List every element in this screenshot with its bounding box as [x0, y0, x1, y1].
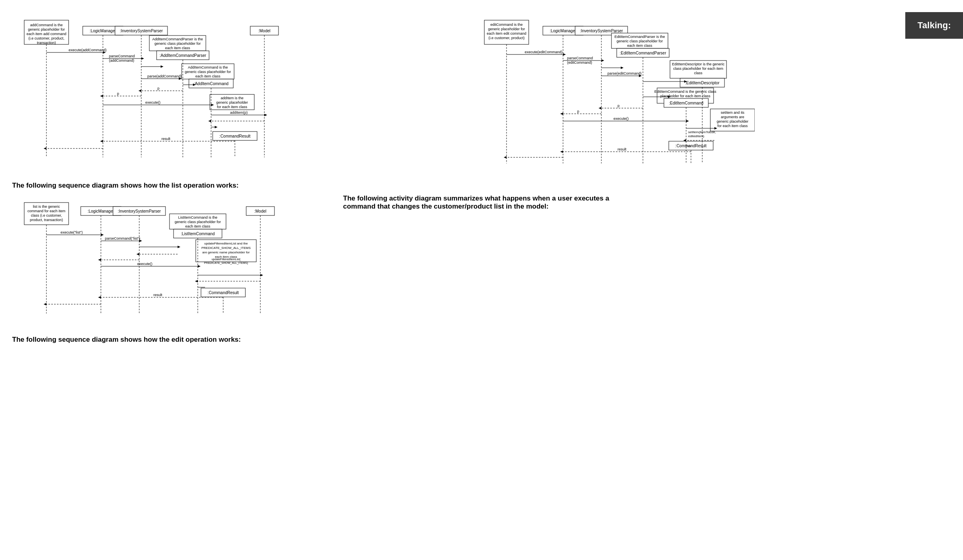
svg-marker-52	[138, 90, 141, 92]
svg-text:each item class: each item class	[185, 224, 211, 228]
activity-section: The following activity diagram summarize…	[343, 194, 618, 324]
svg-text:AddItemCommandParser is the: AddItemCommandParser is the	[152, 37, 203, 41]
svg-text::CommandResult: :CommandResult	[219, 134, 250, 138]
svg-text:p: p	[117, 92, 119, 96]
list-sequence-svg: list is the generic command for each ite…	[12, 194, 295, 324]
svg-marker-120	[621, 67, 624, 69]
svg-text:result: result	[153, 293, 163, 297]
svg-text:class placeholder for each ite: class placeholder for each item	[673, 67, 723, 71]
svg-text:p: p	[157, 86, 159, 90]
svg-marker-116	[601, 59, 604, 62]
svg-text:addItem(p): addItem(p)	[230, 111, 248, 115]
svg-text::EditItemDescriptor: :EditItemDescriptor	[685, 81, 720, 85]
svg-text:setItem(itemToEdit,: setItem(itemToEdit,	[688, 130, 716, 134]
svg-text:each item class: each item class	[165, 46, 191, 50]
svg-text::CommandResult: :CommandResult	[207, 290, 239, 295]
svg-text:parseCommand("list"): parseCommand("list")	[105, 236, 140, 240]
svg-text::LogicManager: :LogicManager	[550, 29, 577, 33]
svg-marker-197	[260, 274, 263, 276]
svg-text:parseCommand: parseCommand	[109, 54, 135, 58]
svg-text:generic class placeholder for: generic class placeholder for	[175, 220, 221, 224]
svg-text:execute(editCommand): execute(editCommand)	[525, 50, 563, 54]
svg-text:command for each item: command for each item	[27, 209, 65, 213]
svg-marker-188	[178, 246, 180, 248]
svg-text:addItem is the: addItem is the	[221, 96, 244, 100]
svg-text::EditItemCommandParser: :EditItemCommandParser	[620, 51, 666, 55]
svg-text:addCommand is the: addCommand is the	[30, 23, 63, 27]
svg-text::EditItemCommand: :EditItemCommand	[669, 101, 703, 105]
svg-text:placeholder for each item clas: placeholder for each item class	[660, 94, 711, 98]
svg-text:parse(addCommand): parse(addCommand)	[147, 74, 182, 78]
svg-text::CommandResult: :CommandResult	[675, 144, 706, 148]
page-content: addCommand is the generic placeholder fo…	[0, 0, 963, 352]
svg-text:for each item class: for each item class	[217, 105, 247, 109]
svg-marker-145	[560, 150, 563, 153]
svg-text:execute("list"): execute("list")	[61, 230, 83, 234]
svg-text:execute(): execute()	[137, 262, 153, 266]
svg-text:arguments are: arguments are	[721, 115, 744, 119]
svg-text:class: class	[694, 71, 703, 75]
svg-marker-132	[560, 113, 563, 115]
svg-text:(addCommand): (addCommand)	[109, 59, 134, 63]
svg-text:generic placeholder for: generic placeholder for	[28, 27, 65, 31]
svg-text:(i.e customer, product,: (i.e customer, product,	[28, 36, 64, 40]
svg-text:editedItem): editedItem)	[688, 134, 704, 138]
svg-marker-61	[264, 114, 267, 116]
svg-text:p: p	[618, 104, 620, 108]
svg-text:updateFilteredItemList and the: updateFilteredItemList and the	[204, 242, 248, 245]
svg-text:parse(editCommand): parse(editCommand)	[607, 71, 642, 75]
svg-marker-45	[161, 65, 163, 68]
svg-text:each item edit command: each item edit command	[487, 31, 526, 36]
talking-button[interactable]: Talking:	[905, 12, 963, 39]
svg-text:class (i.e customer,: class (i.e customer,	[31, 213, 62, 217]
svg-text::Model: :Model	[254, 209, 266, 213]
svg-text::InventorySystemParser: :InventorySystemParser	[580, 29, 623, 33]
svg-marker-135	[686, 120, 689, 122]
edit-section-heading: The following sequence diagram shows how…	[12, 336, 951, 344]
svg-text:list is the generic: list is the generic	[33, 205, 60, 209]
svg-marker-66	[215, 126, 218, 128]
svg-text:result: result	[161, 137, 171, 141]
svg-marker-55	[100, 95, 103, 97]
svg-marker-182	[101, 234, 104, 236]
svg-text:parseCommand: parseCommand	[567, 56, 593, 60]
svg-text:result: result	[618, 147, 627, 151]
svg-marker-113	[563, 53, 566, 56]
svg-text::AddItemCommandParser: :AddItemCommandParser	[159, 53, 206, 58]
edit-sequence-diagram: editCommand is the generic placeholder f…	[480, 8, 755, 169]
svg-text::AddItemCommand: :AddItemCommand	[194, 81, 228, 86]
svg-text:execute(): execute()	[613, 117, 629, 121]
edit-sequence-svg: editCommand is the generic placeholder f…	[480, 8, 755, 169]
svg-text::Model: :Model	[258, 29, 270, 33]
svg-text:updateFilteredItemList(: updateFilteredItemList(	[211, 258, 241, 261]
svg-text:each item class: each item class	[627, 44, 653, 48]
svg-text:generic placeholder for: generic placeholder for	[488, 27, 525, 31]
svg-marker-194	[198, 265, 201, 267]
svg-text::InventorySystemParser: :InventorySystemParser	[120, 29, 163, 33]
svg-text:PREDICATE_SHOW_ALL_ITEMS: PREDICATE_SHOW_ALL_ITEMS	[201, 246, 251, 250]
svg-text:generic placeholder: generic placeholder	[216, 100, 248, 104]
svg-text:execute(): execute()	[145, 100, 161, 104]
svg-text:(editCommand): (editCommand)	[567, 61, 592, 65]
svg-text:execute(addCommand): execute(addCommand)	[69, 48, 107, 52]
svg-text:ListItemCommand is the: ListItemCommand is the	[178, 215, 217, 219]
add-sequence-diagram: addCommand is the generic placeholder fo…	[12, 8, 287, 169]
svg-text:generic placeholder: generic placeholder	[717, 119, 749, 123]
svg-text::LogicManager: :LogicManager	[88, 209, 115, 213]
activity-heading: The following activity diagram summarize…	[343, 194, 618, 211]
top-diagrams-row: addCommand is the generic placeholder fo…	[12, 8, 951, 169]
svg-text:product, transaction): product, transaction)	[30, 218, 63, 222]
svg-marker-190	[136, 253, 139, 255]
svg-text:p: p	[577, 109, 579, 113]
svg-marker-68	[100, 140, 103, 142]
bottom-diagrams-row: list is the generic command for each ite…	[12, 194, 951, 324]
svg-marker-129	[599, 107, 601, 109]
svg-text:each item add command: each item add command	[27, 32, 67, 36]
svg-text:for each item class: for each item class	[717, 124, 748, 128]
svg-text:editCommand is the: editCommand is the	[490, 23, 523, 27]
svg-text:setItem and its: setItem and its	[721, 111, 745, 115]
svg-marker-64	[208, 120, 211, 122]
svg-text::InventorySystemParser: :InventorySystemParser	[118, 209, 161, 213]
svg-text::LogicManager: :LogicManager	[90, 29, 117, 33]
svg-text:EditItemCommand is the generic: EditItemCommand is the generic class	[654, 90, 716, 94]
